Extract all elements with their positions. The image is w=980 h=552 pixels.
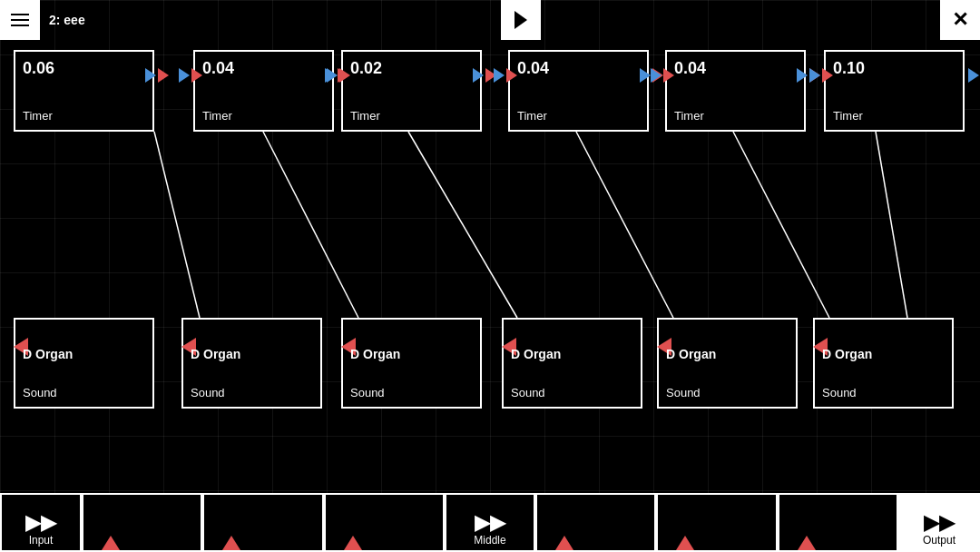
output-icon: ▶▶ xyxy=(924,511,955,535)
bottom-red-port-2 xyxy=(222,536,240,550)
svg-line-2 xyxy=(408,132,517,318)
input-node[interactable]: ▶▶ Input xyxy=(0,493,82,552)
timer-out-port-blue xyxy=(145,68,169,83)
timer-in-port-blue xyxy=(179,68,202,83)
timer-label-1: Timer xyxy=(23,109,53,123)
bottom-bar: ▶▶ Input ▶▶ Middle ▶▶ Output xyxy=(0,493,980,552)
bottom-partial-6 xyxy=(778,493,898,552)
bottom-partial-1 xyxy=(82,493,202,552)
timer-in-port-3 xyxy=(327,68,350,83)
svg-line-0 xyxy=(154,132,200,318)
bottom-red-port-5 xyxy=(676,536,694,550)
input-label: Input xyxy=(2,534,80,547)
bottom-partial-2 xyxy=(202,493,323,552)
sound-node-1[interactable]: D Organ Sound xyxy=(14,318,154,409)
tab-name: 2: eee xyxy=(49,13,275,27)
play-icon xyxy=(514,11,527,29)
sound-title-2: D Organ xyxy=(191,347,240,361)
sound-title-4: D Organ xyxy=(511,347,561,361)
menu-icon xyxy=(11,14,29,26)
timer-node-3[interactable]: 0.02 Timer xyxy=(341,50,482,132)
timer-label-3: Timer xyxy=(350,109,380,123)
sound-title-1: D Organ xyxy=(23,347,73,361)
timer-node-1[interactable]: 0.06 Timer xyxy=(14,50,154,132)
timer-value-1: 0.06 xyxy=(23,59,54,78)
middle-node[interactable]: ▶▶ Middle xyxy=(445,493,535,552)
sound-label-4: Sound xyxy=(511,386,545,399)
bottom-red-port-4 xyxy=(555,536,573,550)
timer-label-5: Timer xyxy=(674,109,704,123)
sound-node-6[interactable]: D Organ Sound xyxy=(813,318,954,409)
bottom-red-port-3 xyxy=(344,536,362,550)
sound-label-2: Sound xyxy=(191,386,225,399)
timer-in-port-5 xyxy=(651,68,674,83)
timer-in-port-6 xyxy=(809,68,833,83)
bottom-partial-3 xyxy=(324,493,445,552)
timer-node-4[interactable]: 0.04 Timer xyxy=(508,50,649,132)
timer-label-2: Timer xyxy=(202,109,232,123)
output-label: Output xyxy=(900,534,978,547)
sound-title-3: D Organ xyxy=(350,347,400,361)
bottom-red-port-6 xyxy=(798,536,816,550)
timer-node-5[interactable]: 0.04 Timer xyxy=(665,50,806,132)
timer-value-4: 0.04 xyxy=(517,59,549,78)
sound-node-5[interactable]: D Organ Sound xyxy=(657,318,798,409)
middle-icon: ▶▶ xyxy=(475,511,505,535)
sound-label-6: Sound xyxy=(822,386,857,399)
timer-value-2: 0.04 xyxy=(202,59,234,78)
timer-node-6[interactable]: 0.10 Timer xyxy=(824,50,965,132)
sound-title-6: D Organ xyxy=(822,347,872,361)
timer-value-3: 0.02 xyxy=(350,59,382,78)
timer-out-port-6 xyxy=(968,68,979,83)
sound-label-1: Sound xyxy=(23,386,57,399)
timer-label-6: Timer xyxy=(833,109,863,123)
timer-node-2[interactable]: 0.04 Timer xyxy=(193,50,334,132)
svg-line-4 xyxy=(733,132,829,318)
output-node[interactable]: ▶▶ Output xyxy=(898,493,980,552)
timer-in-port-4 xyxy=(494,68,517,83)
close-button[interactable]: ✕ xyxy=(940,0,980,40)
middle-label: Middle xyxy=(446,534,534,547)
sound-label-3: Sound xyxy=(350,386,385,399)
menu-button[interactable] xyxy=(0,0,40,40)
timer-value-6: 0.10 xyxy=(833,59,865,78)
bottom-partial-5 xyxy=(656,493,777,552)
bottom-red-port-1 xyxy=(102,536,120,550)
sound-node-4[interactable]: D Organ Sound xyxy=(502,318,642,409)
bottom-partial-4 xyxy=(535,493,656,552)
timer-value-5: 0.04 xyxy=(674,59,706,78)
svg-line-1 xyxy=(263,132,358,318)
timer-label-4: Timer xyxy=(517,109,547,123)
input-icon: ▶▶ xyxy=(25,511,56,535)
svg-line-3 xyxy=(576,132,673,318)
play-button[interactable] xyxy=(501,0,541,40)
sound-node-3[interactable]: D Organ Sound xyxy=(341,318,482,409)
sound-node-2[interactable]: D Organ Sound xyxy=(181,318,322,409)
sound-label-5: Sound xyxy=(666,386,701,399)
svg-line-5 xyxy=(876,132,907,318)
sound-title-5: D Organ xyxy=(666,347,716,361)
top-bar: 2: eee ✕ xyxy=(0,0,980,40)
